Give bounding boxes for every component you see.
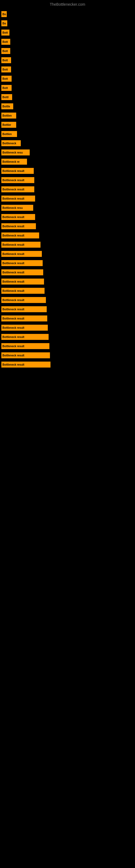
bar-item-7: Bott <box>1 76 12 82</box>
bar-item-14: Bottleneck <box>1 140 21 146</box>
bar-row: Bottleneck result <box>1 287 135 294</box>
bar-row: Bottleneck result <box>1 351 135 359</box>
bar-item-24: Bottleneck result <box>1 232 39 239</box>
bar-row: Bottle <box>1 102 135 110</box>
bar-row: Bottleneck result <box>1 241 135 248</box>
bar-row: Bottleneck resu <box>1 204 135 212</box>
bar-row: Bo <box>1 20 135 27</box>
bar-item-13: Bottlen <box>1 131 17 137</box>
bar-item-19: Bottleneck result <box>1 186 34 192</box>
bar-row: Bottler <box>1 121 135 129</box>
bar-row: Bott <box>1 66 135 73</box>
bar-row: Bottleneck result <box>1 315 135 322</box>
bar-item-16: Bottleneck re <box>1 159 27 165</box>
bar-row: Bott <box>1 75 135 83</box>
bars-container: BoBoBottBottBottBottBottBottBottBottlBot… <box>0 8 135 373</box>
bar-item-26: Bottleneck result <box>1 251 42 257</box>
bar-item-3: Bott <box>1 39 10 45</box>
site-title: TheBottlenecker.com <box>0 0 135 8</box>
bar-item-36: Bottleneck result <box>1 343 49 349</box>
bar-row: Bott <box>1 29 135 36</box>
bar-row: Bottleneck result <box>1 186 135 193</box>
bar-row: Bottleneck result <box>1 296 135 304</box>
bar-row: Bottleneck result <box>1 259 135 267</box>
bar-item-6: Bott <box>1 66 11 72</box>
bar-row: Bottleneck result <box>1 305 135 313</box>
bar-item-17: Bottleneck result <box>1 168 34 174</box>
bar-item-30: Bottleneck result <box>1 288 45 294</box>
bar-row: Bott <box>1 84 135 92</box>
bar-item-32: Bottleneck result <box>1 306 47 312</box>
bar-row: Bottleneck result <box>1 250 135 258</box>
bar-item-12: Bottler <box>1 122 16 128</box>
bar-item-29: Bottleneck result <box>1 279 44 284</box>
bar-row: Bo <box>1 10 135 18</box>
bar-item-18: Bottleneck result <box>1 177 34 183</box>
bar-item-10: Bottle <box>1 103 13 109</box>
bar-item-20: Bottleneck result <box>1 195 35 202</box>
bar-item-4: Bott <box>1 48 10 54</box>
bar-item-11: Bottlen <box>1 113 16 119</box>
bar-row: Bottleneck result <box>1 324 135 332</box>
bar-row: Bottlen <box>1 130 135 138</box>
bar-row: Bottleneck resu <box>1 149 135 156</box>
bar-row: Bottleneck result <box>1 342 135 350</box>
bar-row: Bottleneck result <box>1 333 135 341</box>
bar-row: Bott <box>1 38 135 45</box>
bar-item-2: Bott <box>1 30 9 35</box>
bar-row: Bottleneck result <box>1 213 135 221</box>
bar-row: Bottlen <box>1 112 135 119</box>
bar-row: Bott <box>1 56 135 64</box>
bar-item-27: Bottleneck result <box>1 260 43 266</box>
bar-item-9: Bottl <box>1 94 12 100</box>
bar-row: Bottleneck result <box>1 361 135 368</box>
bar-row: Bottleneck result <box>1 231 135 239</box>
bar-row: Bottleneck result <box>1 222 135 230</box>
bar-item-8: Bott <box>1 85 12 91</box>
bar-row: Bottleneck result <box>1 195 135 203</box>
bar-item-28: Bottleneck result <box>1 269 43 275</box>
bar-item-5: Bott <box>1 57 11 63</box>
bar-row: Bottleneck result <box>1 176 135 184</box>
bar-row: Bottleneck result <box>1 167 135 175</box>
bar-item-35: Bottleneck result <box>1 334 49 340</box>
bar-item-1: Bo <box>1 20 7 26</box>
bar-item-34: Bottleneck result <box>1 325 48 331</box>
bar-item-21: Bottleneck resu <box>1 205 33 211</box>
bar-item-33: Bottleneck result <box>1 315 47 321</box>
bar-row: Bottl <box>1 93 135 101</box>
bar-item-0: Bo <box>1 11 7 17</box>
bar-item-31: Bottleneck result <box>1 297 46 303</box>
bar-item-25: Bottleneck result <box>1 242 41 248</box>
bar-item-38: Bottleneck result <box>1 362 50 368</box>
bar-row: Bottleneck result <box>1 269 135 276</box>
bar-row: Bottleneck result <box>1 278 135 285</box>
bar-row: Bottleneck <box>1 140 135 147</box>
bar-item-23: Bottleneck result <box>1 223 36 229</box>
bar-item-37: Bottleneck result <box>1 352 50 358</box>
bar-item-22: Bottleneck result <box>1 214 35 220</box>
bar-row: Bott <box>1 47 135 55</box>
bar-item-15: Bottleneck resu <box>1 150 30 155</box>
bar-row: Bottleneck re <box>1 158 135 165</box>
